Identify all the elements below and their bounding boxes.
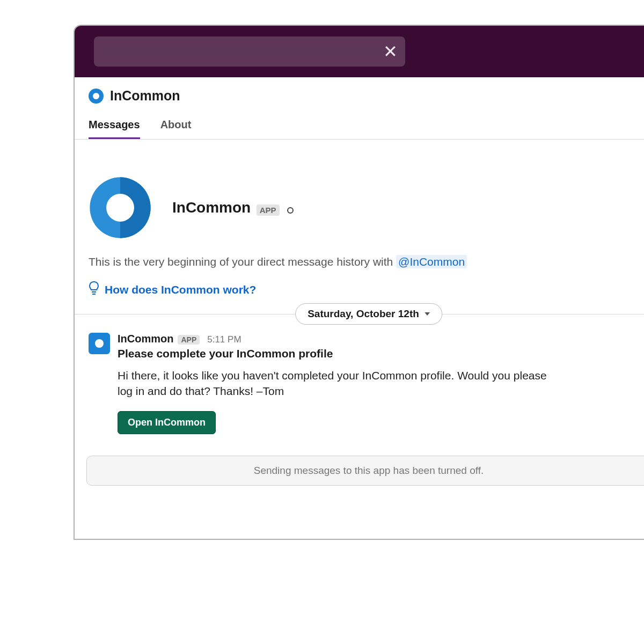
composer-disabled: Sending messages to this app has been tu…: [86, 456, 644, 486]
intro-history-text: This is the very beginning of your direc…: [89, 255, 644, 268]
search-bar[interactable]: ✕: [94, 36, 405, 67]
message-avatar-icon: [89, 333, 110, 354]
intro-history-prefix: This is the very beginning of your direc…: [89, 255, 396, 268]
message-app-badge: APP: [178, 335, 200, 345]
app-logo-icon: [89, 89, 104, 104]
lightbulb-icon: [89, 281, 99, 298]
open-incommon-button[interactable]: Open InCommon: [118, 411, 216, 434]
app-badge: APP: [257, 204, 280, 216]
date-divider[interactable]: Saturday, October 12th: [295, 303, 442, 325]
date-divider-label: Saturday, October 12th: [308, 308, 419, 320]
chevron-down-icon: [425, 312, 430, 316]
message-title: Please complete your InCommon profile: [118, 347, 644, 360]
app-large-logo-icon: [89, 176, 152, 239]
message-author: InCommon: [118, 333, 173, 345]
close-icon[interactable]: ✕: [383, 43, 398, 60]
svg-point-3: [106, 194, 134, 222]
titlebar: ✕: [75, 26, 644, 77]
app-window: ✕ InCommon Messages About: [74, 25, 644, 540]
tab-about[interactable]: About: [160, 119, 192, 139]
composer-notice: Sending messages to this app has been tu…: [254, 465, 484, 477]
help-link-label: How does InCommon work?: [105, 283, 256, 296]
app-header: InCommon Messages About: [75, 77, 644, 140]
app-title: InCommon: [110, 88, 180, 104]
message-timestamp: 5:11 PM: [207, 334, 241, 345]
intro-app-name: InCommon: [172, 199, 251, 216]
help-link[interactable]: How does InCommon work?: [89, 281, 644, 298]
tabs: Messages About: [89, 119, 644, 139]
message: InCommon APP 5:11 PM Please complete you…: [75, 314, 644, 434]
intro-section: InCommon APP This is the very beginning …: [75, 140, 644, 314]
message-body: Hi there, it looks like you haven't comp…: [118, 368, 558, 399]
tab-messages[interactable]: Messages: [89, 119, 140, 139]
mention-link[interactable]: @InCommon: [396, 255, 467, 268]
presence-indicator-icon: [287, 207, 294, 214]
